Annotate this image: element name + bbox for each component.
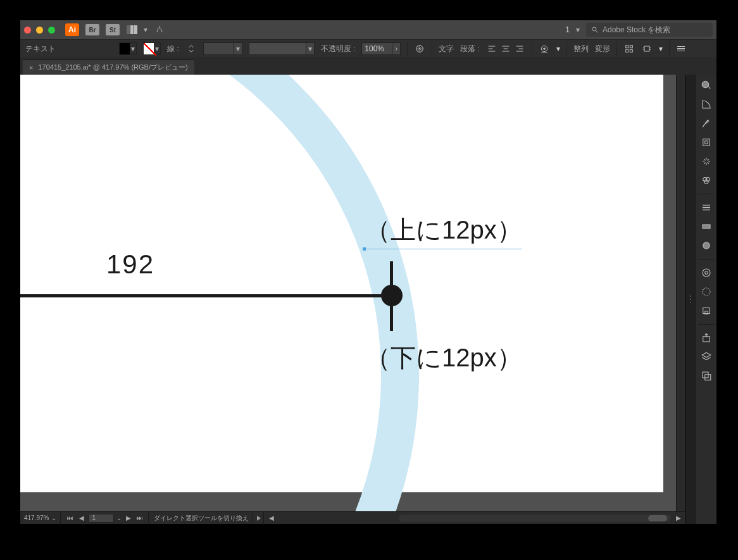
hscroll-right[interactable]: ▶ — [676, 514, 681, 521]
status-flyout-icon[interactable] — [257, 516, 261, 521]
artwork-label-up-selected[interactable]: （上に12px） — [365, 213, 522, 249]
close-window[interactable] — [24, 27, 31, 34]
svg-rect-29 — [703, 225, 710, 228]
workspace-layout-menu[interactable]: ▾ — [576, 25, 580, 34]
canvas-wrap: 192 （上に12px） （下に12px） 417.97%⌄ ⏮ ◀ 1 — [20, 75, 685, 524]
brushes-icon[interactable] — [698, 115, 715, 132]
transform-label[interactable]: 変形 — [595, 44, 610, 54]
vertical-scrollbar[interactable] — [676, 75, 685, 511]
swatches-icon[interactable] — [698, 96, 715, 113]
svg-rect-39 — [704, 375, 710, 380]
opacity-field[interactable]: 100% › — [361, 42, 401, 55]
opacity-value: 100% — [361, 42, 392, 55]
next-artboard-button[interactable]: ▶ — [124, 514, 133, 521]
artboards-icon[interactable] — [698, 368, 715, 384]
svg-rect-22 — [704, 141, 708, 144]
align-to-button[interactable] — [539, 43, 550, 54]
svg-point-14 — [544, 48, 546, 50]
first-artboard-button[interactable]: ⏮ — [66, 514, 75, 521]
status-hint: ダイレクト選択ツールを切り換え — [154, 514, 249, 523]
snap-menu[interactable]: ▾ — [659, 44, 663, 53]
svg-point-32 — [703, 269, 710, 277]
svg-rect-21 — [703, 139, 710, 146]
tool-label: テキスト — [25, 44, 56, 54]
menubar: Ai Br St ▾ 1 ▾ Adobe Stock を検索 — [20, 20, 716, 39]
svg-point-33 — [704, 271, 708, 275]
app-logo-illustrator: Ai — [65, 23, 79, 36]
panel-grip[interactable] — [685, 75, 695, 524]
align-to-menu[interactable]: ▾ — [556, 44, 560, 53]
svg-point-0 — [159, 27, 159, 27]
symbols-icon[interactable] — [698, 134, 715, 151]
links-icon[interactable] — [698, 153, 715, 170]
stroke-profile-field[interactable]: ▾ — [249, 42, 315, 55]
artwork-ring — [20, 75, 419, 511]
horizontal-scrollbar[interactable] — [399, 514, 671, 522]
options-bar: テキスト ▾ ▾ 線 : ▾ ▾ 不透明度 : 100% › 文字 段落 : ▾… — [20, 39, 716, 58]
right-panel-dock — [695, 75, 716, 524]
workspace-layout-count: 1 — [553, 25, 570, 34]
transparency-icon[interactable] — [698, 237, 715, 254]
hscroll-left[interactable]: ◀ — [269, 514, 274, 521]
graphic-styles-icon[interactable] — [698, 302, 715, 319]
opacity-label: 不透明度 : — [321, 44, 356, 54]
main-area: 192 （上に12px） （下に12px） 417.97%⌄ ⏮ ◀ 1 — [20, 75, 716, 524]
snap-to-pixel-icon[interactable] — [641, 43, 653, 54]
gpu-performance-icon[interactable] — [154, 24, 165, 35]
stock-button[interactable]: St — [106, 24, 120, 35]
artwork-label-192: 192 — [106, 249, 154, 280]
zoom-field[interactable]: 417.97%⌄ — [20, 512, 61, 525]
close-tab-icon[interactable]: × — [29, 64, 33, 72]
stroke-weight-stepper[interactable] — [185, 43, 197, 54]
last-artboard-button[interactable]: ⏭ — [135, 514, 144, 521]
isolate-mode-icon[interactable] — [623, 43, 635, 54]
options-flyout-menu[interactable] — [676, 44, 686, 54]
adobe-stock-search[interactable]: Adobe Stock を検索 — [586, 23, 713, 37]
canvas-area[interactable]: 192 （上に12px） （下に12px） — [20, 75, 685, 511]
artboard-index[interactable]: 1 — [89, 514, 114, 523]
artwork-label-down: （下に12px） — [365, 340, 522, 375]
recolor-artwork-icon[interactable] — [414, 43, 425, 54]
app-window: Ai Br St ▾ 1 ▾ Adobe Stock を検索 テキスト ▾ ▾ … — [20, 20, 716, 524]
prev-artboard-button[interactable]: ◀ — [77, 514, 86, 521]
artwork-horizontal-line — [20, 294, 392, 297]
svg-rect-38 — [703, 372, 708, 378]
stroke-panel-icon[interactable] — [698, 199, 715, 216]
zoom-window[interactable] — [48, 27, 55, 34]
svg-rect-35 — [703, 308, 710, 314]
bridge-button[interactable]: Br — [85, 24, 99, 35]
cc-libraries-icon[interactable] — [698, 264, 715, 281]
appearance-icon[interactable] — [698, 283, 715, 300]
stroke-weight-field[interactable]: ▾ — [203, 42, 242, 55]
svg-rect-19 — [644, 46, 649, 51]
character-label[interactable]: 文字 — [439, 44, 454, 54]
pathfinder-icon[interactable] — [698, 172, 715, 189]
svg-rect-18 — [630, 49, 632, 52]
arrange-label[interactable]: 整列 — [573, 44, 589, 54]
search-placeholder: Adobe Stock を検索 — [603, 25, 670, 35]
stroke-swatch[interactable]: ▾ — [143, 42, 161, 55]
document-tab[interactable]: × 170415_2105.ai* @ 417.97% (RGB/プレビュー) — [23, 59, 194, 75]
artboard-nav: ⏮ ◀ 1 ⌄ ▶ ⏭ — [62, 512, 149, 525]
status-bar: 417.97%⌄ ⏮ ◀ 1 ⌄ ▶ ⏭ ダイレクト選択ツールを切り換え ◀ ▶ — [20, 511, 685, 524]
svg-rect-16 — [630, 46, 632, 48]
window-controls — [24, 27, 55, 34]
arrange-documents-menu[interactable]: ▾ — [144, 25, 147, 34]
arrange-documents-button[interactable] — [126, 24, 137, 35]
align-center-button[interactable] — [500, 43, 511, 54]
paragraph-align-group — [486, 43, 525, 54]
layers-icon[interactable] — [698, 349, 715, 365]
gradient-icon[interactable] — [698, 218, 715, 235]
minimize-window[interactable] — [36, 27, 43, 34]
align-right-button[interactable] — [514, 43, 525, 54]
document-tab-bar: × 170415_2105.ai* @ 417.97% (RGB/プレビュー) — [20, 58, 716, 75]
paragraph-label[interactable]: 段落 : — [460, 44, 480, 54]
artboard: 192 （上に12px） （下に12px） — [20, 75, 663, 492]
fill-swatch[interactable]: ▾ — [119, 42, 137, 55]
artboard-menu[interactable]: ⌄ — [116, 514, 122, 521]
svg-point-34 — [703, 288, 710, 296]
color-icon[interactable] — [698, 77, 715, 94]
align-left-button[interactable] — [486, 43, 497, 54]
svg-rect-17 — [626, 49, 629, 52]
export-icon[interactable] — [698, 330, 715, 346]
